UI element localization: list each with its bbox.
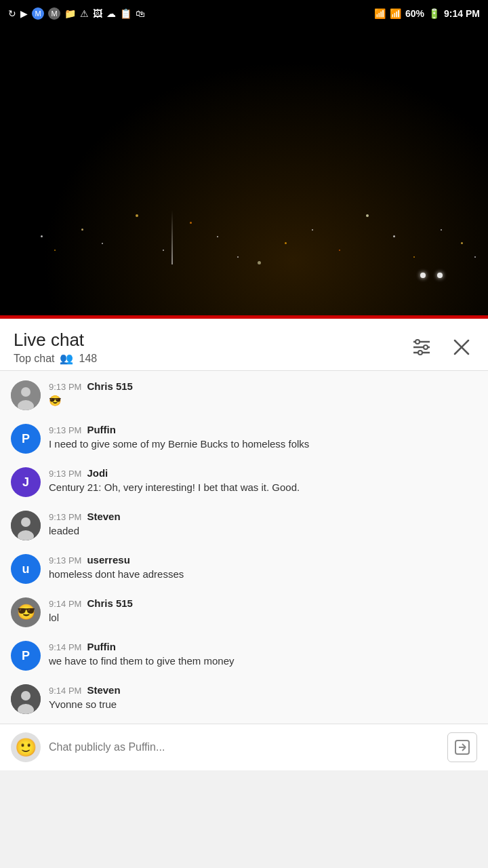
message-text: 😎 [49,393,477,408]
message-content: 9:13 PMPuffinI need to give some of my B… [49,424,477,451]
bag-icon: 🛍 [136,8,145,19]
chat-message-6: 😎9:14 PMChris 515lol [0,591,488,634]
chat-header: Live chat Top chat 👥 148 [0,319,488,371]
message-author: userresu [87,554,129,566]
svg-point-4 [424,345,428,349]
message-time: 9:14 PM [49,642,81,652]
message-text: Yvonne so true [49,697,477,711]
m-icon2: M [48,7,60,20]
avatar [11,380,41,410]
svg-point-15 [21,691,30,701]
message-time: 9:13 PM [49,425,81,435]
message-author: Jodi [87,467,108,479]
message-content: 9:13 PMChris 515😎 [49,380,477,408]
filter-icon [411,336,432,358]
chat-input-bar: 🙂 [0,724,488,770]
chat-subtitle: Top chat 👥 148 [14,352,97,365]
avatar: u [11,554,41,584]
m-icon1: M [32,7,44,20]
chat-header-right [408,334,474,361]
avatar [11,511,41,540]
chat-input[interactable] [49,741,439,753]
signal-icon: 📶 [390,8,401,19]
cloud-icon: ☁ [106,8,116,19]
message-time: 9:14 PM [49,599,81,609]
message-text: homeless dont have adresses [49,567,477,581]
photo-icon: 🖼 [93,8,102,19]
message-author: Puffin [87,424,116,435]
sync-icon: ↻ [8,8,16,19]
avatar: 😎 [11,597,41,627]
message-author: Steven [87,684,120,696]
battery-text: 60% [405,8,424,19]
chat-message-8: 9:14 PMStevenYvonne so true [0,677,488,721]
filter-button[interactable] [408,334,435,361]
message-author: Puffin [87,641,116,652]
avatar: P [11,424,41,454]
message-author: Chris 515 [87,380,133,392]
notification-icons: ↻ ▶ M M 📁 ⚠ 🖼 ☁ 📋 🛍 [8,7,145,20]
message-time: 9:13 PM [49,555,81,566]
message-text: we have to find them to give them money [49,654,477,668]
chat-message-4: 9:13 PMStevenleaded [0,504,488,547]
status-right: 📶 📶 60% 🔋 9:14 PM [374,8,480,19]
svg-point-3 [415,340,420,344]
close-button[interactable] [449,334,474,360]
close-icon [451,337,472,357]
folder-icon: 📁 [64,8,76,19]
message-text: leaded [49,524,477,538]
chat-message-1: 9:13 PMChris 515😎 [0,374,488,417]
warning-icon: ⚠ [80,8,89,19]
message-content: 9:13 PMJodiCentury 21: Oh, very interest… [49,467,477,494]
message-content: 9:14 PMStevenYvonne so true [49,684,477,711]
battery-icon: 🔋 [428,8,440,19]
message-content: 9:13 PMStevenleaded [49,511,477,538]
message-time: 9:13 PM [49,382,81,392]
avatar [11,684,41,714]
message-content: 9:14 PMChris 515lol [49,597,477,625]
message-text: Century 21: Oh, very interesting! I bet … [49,480,477,494]
status-bar: ↻ ▶ M M 📁 ⚠ 🖼 ☁ 📋 🛍 📶 📶 60% 🔋 9:14 PM [0,0,488,27]
svg-point-9 [21,387,30,397]
calendar-icon: 📋 [120,8,131,19]
message-text: I need to give some of my Bernie Bucks t… [49,437,477,451]
chat-messages-list: 9:13 PMChris 515😎P9:13 PMPuffinI need to… [0,371,488,724]
chat-message-7: P9:14 PMPuffinwe have to find them to gi… [0,634,488,677]
city-lights [0,183,488,319]
chat-message-3: J9:13 PMJodiCentury 21: Oh, very interes… [0,460,488,504]
people-icon: 👥 [60,352,73,365]
svg-point-12 [21,517,30,527]
emoji-button[interactable]: 🙂 [11,732,41,762]
live-chat-title: Live chat [14,330,97,351]
message-author: Steven [87,511,120,522]
message-content: 9:14 PMPuffinwe have to find them to giv… [49,641,477,668]
message-text: lol [49,610,477,625]
youtube-icon: ▶ [20,8,28,19]
message-time: 9:13 PM [49,469,81,479]
top-chat-label: Top chat [14,353,54,365]
message-time: 9:13 PM [49,512,81,522]
live-chat-panel: Live chat Top chat 👥 148 [0,319,488,770]
avatar: J [11,467,41,497]
chat-message-5: u9:13 PMuserresuhomeless dont have adres… [0,547,488,591]
message-author: Chris 515 [87,597,133,609]
video-player[interactable] [0,27,488,319]
message-content: 9:13 PMuserresuhomeless dont have adress… [49,554,477,581]
avatar: P [11,641,41,671]
send-button[interactable] [447,732,477,762]
svg-point-5 [418,351,422,355]
video-background [0,27,488,319]
chat-header-left: Live chat Top chat 👥 148 [14,330,97,365]
chat-message-2: P9:13 PMPuffinI need to give some of my … [0,417,488,460]
send-icon [453,738,471,756]
message-time: 9:14 PM [49,686,81,696]
viewer-count: 148 [79,353,97,365]
wifi-icon: 📶 [374,8,386,19]
time-display: 9:14 PM [444,8,480,19]
